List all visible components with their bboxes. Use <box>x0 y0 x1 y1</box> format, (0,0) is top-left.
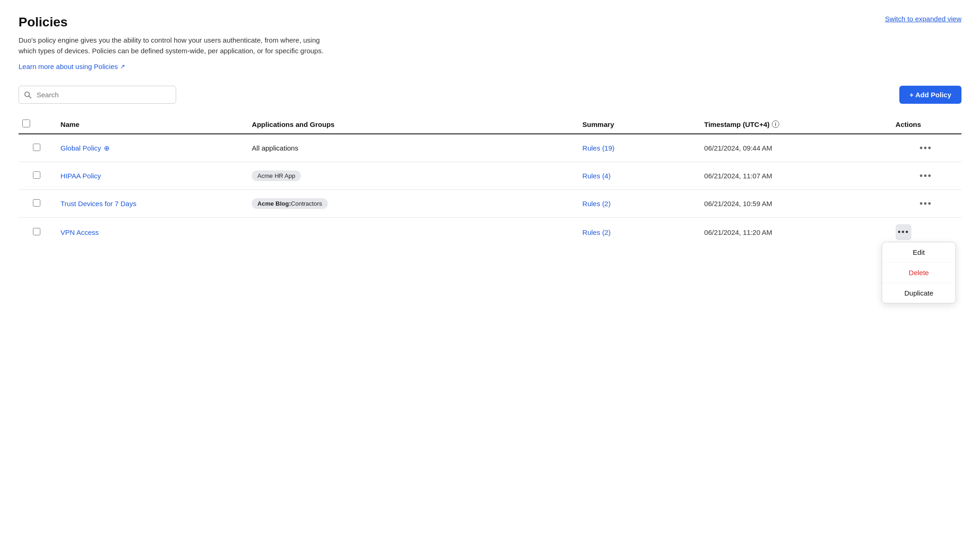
row-name-cell: Trust Devices for 7 Days <box>57 190 248 218</box>
col-header-name: Name <box>57 115 248 134</box>
table-row: HIPAA PolicyAcme HR AppRules (4)06/21/20… <box>19 162 961 190</box>
col-header-apps: Applications and Groups <box>248 115 579 134</box>
row-checkbox-cell <box>19 218 57 247</box>
actions-dropdown-container: •••EditDeleteDuplicate <box>896 224 956 240</box>
row-name-cell: HIPAA Policy <box>57 162 248 190</box>
dropdown-edit-item[interactable]: Edit <box>882 242 955 263</box>
row-apps-cell <box>248 218 579 247</box>
row-summary-cell: Rules (4) <box>579 162 700 190</box>
svg-line-1 <box>29 96 32 98</box>
row-name-cell: Global Policy⊕ <box>57 134 248 162</box>
row-checkbox-trust-devices[interactable] <box>33 199 40 207</box>
page-header: Policies Duo's policy engine gives you t… <box>19 15 961 71</box>
row-timestamp-cell: 06/21/2024, 11:07 AM <box>700 162 892 190</box>
row-checkbox-cell <box>19 162 57 190</box>
row-timestamp-cell: 06/21/2024, 11:20 AM <box>700 218 892 247</box>
header-checkbox-cell <box>19 115 57 134</box>
row-apps-cell: All applications <box>248 134 579 162</box>
rules-link-hipaa-policy[interactable]: Rules (4) <box>582 172 611 180</box>
actions-button-trust-devices[interactable]: ••• <box>916 196 935 211</box>
row-checkbox-cell <box>19 134 57 162</box>
policy-link-trust-devices[interactable]: Trust Devices for 7 Days <box>61 200 137 208</box>
info-icon: i <box>772 120 779 128</box>
learn-more-link[interactable]: Learn more about using Policies ↗ <box>19 63 125 70</box>
row-actions-cell: •••EditDeleteDuplicate <box>892 218 961 247</box>
external-link-icon: ↗ <box>120 63 125 70</box>
page-description: Duo's policy engine gives you the abilit… <box>19 35 334 56</box>
actions-button-vpn-access[interactable]: ••• <box>896 224 911 240</box>
dropdown-delete-item[interactable]: Delete <box>882 263 955 283</box>
col-header-summary: Summary <box>579 115 700 134</box>
select-all-checkbox[interactable] <box>22 120 30 127</box>
row-timestamp-cell: 06/21/2024, 10:59 AM <box>700 190 892 218</box>
table-row: VPN AccessRules (2)06/21/2024, 11:20 AM•… <box>19 218 961 247</box>
search-wrapper <box>19 86 176 104</box>
row-actions-cell: ••• <box>892 134 961 162</box>
actions-dropdown-container: ••• <box>896 169 956 183</box>
search-icon <box>24 91 32 99</box>
timestamp-label: Timestamp (UTC+4) <box>704 120 770 128</box>
toolbar: + Add Policy <box>19 86 961 104</box>
table-row: Global Policy⊕All applicationsRules (19)… <box>19 134 961 162</box>
header-left: Policies Duo's policy engine gives you t… <box>19 15 334 71</box>
table-header: Name Applications and Groups Summary Tim… <box>19 115 961 134</box>
col-header-actions: Actions <box>892 115 961 134</box>
actions-dropdown-menu: EditDeleteDuplicate <box>882 242 956 303</box>
page-title: Policies <box>19 15 334 30</box>
row-checkbox-vpn-access[interactable] <box>33 228 40 235</box>
policy-link-global-policy[interactable]: Global Policy⊕ <box>61 144 110 152</box>
policy-link-vpn-access[interactable]: VPN Access <box>61 228 99 236</box>
rules-link-vpn-access[interactable]: Rules (2) <box>582 228 611 236</box>
app-tag-badge: Acme Blog: Contractors <box>252 198 327 209</box>
row-checkbox-hipaa-policy[interactable] <box>33 171 40 179</box>
row-timestamp-cell: 06/21/2024, 09:44 AM <box>700 134 892 162</box>
learn-more-label: Learn more about using Policies <box>19 63 118 70</box>
rules-link-global-policy[interactable]: Rules (19) <box>582 144 614 152</box>
search-input[interactable] <box>19 86 176 104</box>
row-apps-cell: Acme HR App <box>248 162 579 190</box>
policy-link-hipaa-policy[interactable]: HIPAA Policy <box>61 172 101 180</box>
actions-button-global-policy[interactable]: ••• <box>916 141 935 155</box>
table-body: Global Policy⊕All applicationsRules (19)… <box>19 134 961 246</box>
row-summary-cell: Rules (2) <box>579 190 700 218</box>
switch-expanded-link[interactable]: Switch to expanded view <box>885 15 961 23</box>
dropdown-duplicate-item[interactable]: Duplicate <box>882 283 955 303</box>
row-checkbox-global-policy[interactable] <box>33 144 40 151</box>
actions-dropdown-container: ••• <box>896 196 956 211</box>
row-actions-cell: ••• <box>892 190 961 218</box>
row-summary-cell: Rules (19) <box>579 134 700 162</box>
table-row: Trust Devices for 7 DaysAcme Blog: Contr… <box>19 190 961 218</box>
row-checkbox-cell <box>19 190 57 218</box>
add-policy-label: + Add Policy <box>910 91 951 99</box>
policies-table: Name Applications and Groups Summary Tim… <box>19 115 961 246</box>
row-actions-cell: ••• <box>892 162 961 190</box>
row-name-cell: VPN Access <box>57 218 248 247</box>
globe-icon: ⊕ <box>104 144 110 152</box>
app-tag-badge: Acme HR App <box>252 170 301 181</box>
col-header-timestamp: Timestamp (UTC+4) i <box>700 115 892 134</box>
add-policy-button[interactable]: + Add Policy <box>899 86 961 104</box>
all-applications-label: All applications <box>252 144 298 152</box>
actions-dropdown-container: ••• <box>896 141 956 155</box>
actions-button-hipaa-policy[interactable]: ••• <box>916 169 935 183</box>
row-apps-cell: Acme Blog: Contractors <box>248 190 579 218</box>
row-summary-cell: Rules (2) <box>579 218 700 247</box>
rules-link-trust-devices[interactable]: Rules (2) <box>582 200 611 208</box>
